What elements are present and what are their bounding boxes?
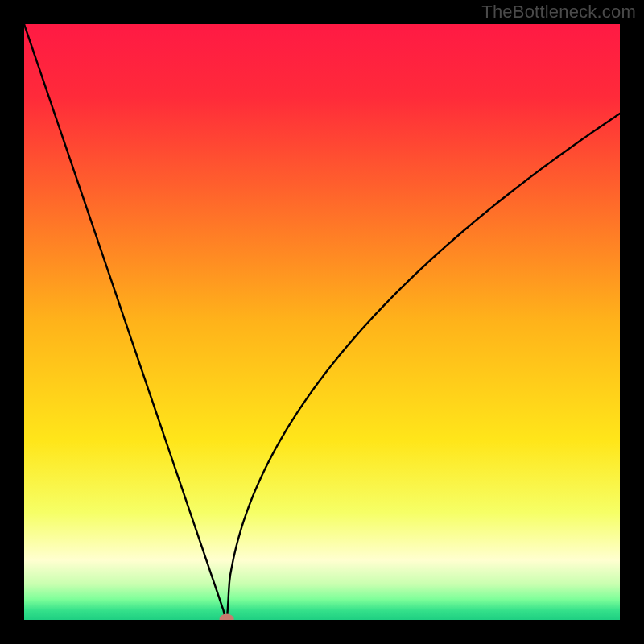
gradient-background (24, 24, 620, 620)
watermark-text: TheBottleneck.com (481, 2, 636, 23)
plot-svg (24, 24, 620, 620)
chart-container: TheBottleneck.com (0, 0, 644, 644)
plot-frame (24, 24, 620, 620)
